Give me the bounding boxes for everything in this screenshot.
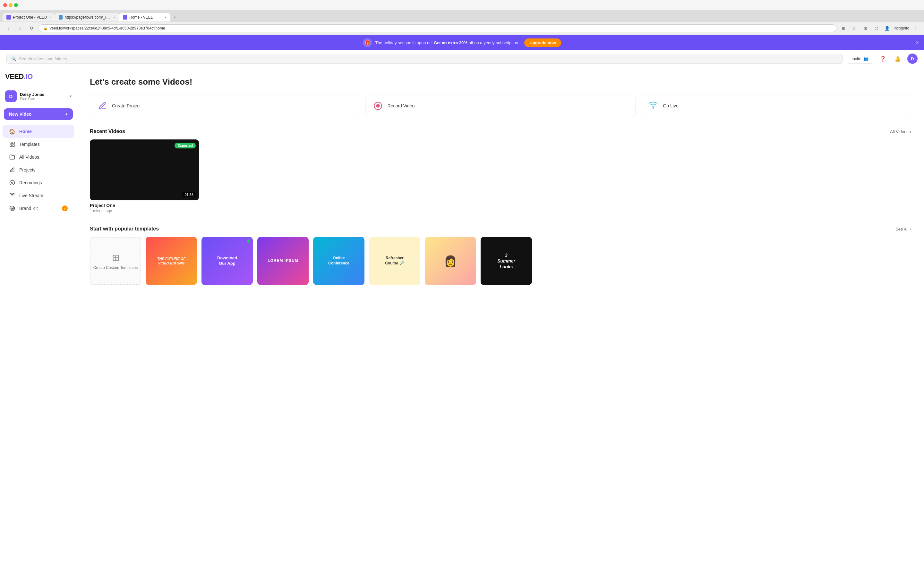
browser-tab-3[interactable]: Home - VEED × xyxy=(119,13,170,21)
forward-button[interactable]: › xyxy=(15,24,24,33)
svg-point-9 xyxy=(12,208,13,209)
notifications-button[interactable]: 🔔 xyxy=(893,53,903,64)
promo-text-before: The holiday season is upon us! xyxy=(375,40,434,45)
video-card-project-one[interactable]: Exported 01:58 Project One 1 minute ago xyxy=(90,139,199,213)
new-video-button[interactable]: New Video + xyxy=(4,108,73,120)
promo-text: The holiday season is upon us! Get an ex… xyxy=(375,40,519,45)
menu-btn[interactable]: ⋮ xyxy=(911,24,920,33)
video-title: Project One xyxy=(90,203,199,208)
record-video-label: Record Video xyxy=(388,103,415,108)
record-video-icon xyxy=(372,100,384,111)
reload-button[interactable]: ↻ xyxy=(27,24,36,33)
new-tab-button[interactable]: + xyxy=(170,13,179,22)
template-card-1[interactable]: THE FUTURE OFVIDEO EDITING xyxy=(145,237,197,285)
svg-rect-0 xyxy=(10,142,11,143)
templates-icon xyxy=(9,141,15,147)
tab-close-2[interactable]: × xyxy=(113,15,115,19)
sidebar-item-recordings-label: Recordings xyxy=(19,180,42,185)
all-videos-icon xyxy=(9,154,15,160)
template-card-7[interactable]: 3SummerLooks xyxy=(481,237,532,285)
cast-btn[interactable]: ⊡ xyxy=(861,24,870,33)
template-text-2: DownloadOur App xyxy=(215,253,240,269)
logo: VEED.IO xyxy=(0,73,77,87)
browser-tab-1[interactable]: Project One - VEED × xyxy=(3,13,55,21)
headline-bold: Videos! xyxy=(162,77,192,87)
recent-videos-title: Recent Videos xyxy=(90,129,125,134)
tab-close-1[interactable]: × xyxy=(49,15,51,19)
template-text-5: RefresherCourse 🔎 xyxy=(383,253,407,268)
action-cards: Create Project Record Video Go Live xyxy=(90,95,911,117)
svg-point-4 xyxy=(10,181,15,185)
create-project-label: Create Project xyxy=(112,103,141,108)
window-controls[interactable] xyxy=(0,0,924,10)
template-card-4[interactable]: OnlineConference xyxy=(313,237,365,285)
user-section[interactable]: D Daisy Jonas Free Plan ▾ xyxy=(0,87,77,105)
template-card-2[interactable]: DownloadOur App xyxy=(202,237,253,285)
app-header: 🔍 Search videos and folders Invite 👥 ❓ 🔔… xyxy=(0,50,924,67)
home-icon: 🏠 xyxy=(9,128,15,135)
tab-favicon-2 xyxy=(59,15,63,19)
sidebar-item-projects[interactable]: Projects xyxy=(3,163,74,176)
video-meta: 1 minute ago xyxy=(90,209,199,213)
invite-button[interactable]: Invite 👥 xyxy=(846,54,873,64)
template-card-6[interactable]: 👩 xyxy=(425,237,476,285)
see-all-templates-link[interactable]: See All › xyxy=(895,227,911,231)
sidebar-item-live-stream[interactable]: Live Stream xyxy=(3,189,74,202)
search-bar[interactable]: 🔍 Search videos and folders xyxy=(6,54,843,64)
video-grid: Exported 01:58 Project One 1 minute ago xyxy=(90,139,911,213)
extensions-btn[interactable]: ⊞ xyxy=(839,24,848,33)
create-custom-label: Create Custom Templates xyxy=(94,266,138,270)
close-window-btn[interactable] xyxy=(3,3,7,7)
sidebar-item-home[interactable]: 🏠 Home xyxy=(3,125,74,138)
all-videos-chevron-icon: › xyxy=(910,129,911,134)
all-videos-link-label: All Videos xyxy=(890,129,909,134)
tab-label-3: Home - VEED xyxy=(129,15,153,19)
bookmark-btn[interactable]: ☆ xyxy=(850,24,859,33)
record-video-card[interactable]: Record Video xyxy=(365,95,636,117)
address-text: veed.io/workspaces/22ce6d2f-38c5-4df1-a8… xyxy=(50,26,165,31)
profile-btn[interactable]: 👤 xyxy=(883,24,892,33)
see-all-label: See All xyxy=(895,227,908,231)
tab-label-1: Project One - VEED xyxy=(13,15,47,19)
go-live-icon xyxy=(648,100,659,111)
screenshot-btn[interactable]: ⬡ xyxy=(872,24,881,33)
create-project-card[interactable]: Create Project xyxy=(90,95,360,117)
promo-banner: 🎁 The holiday season is upon us! Get an … xyxy=(0,35,924,50)
sidebar-item-recordings[interactable]: Recordings xyxy=(3,176,74,189)
sidebar-item-live-stream-label: Live Stream xyxy=(19,193,43,198)
browser-chrome: Project One - VEED × https://pageflows.c… xyxy=(0,0,924,35)
svg-point-12 xyxy=(653,108,654,108)
create-custom-template-card[interactable]: ⊞ Create Custom Templates xyxy=(90,237,141,285)
browser-tab-2[interactable]: https://pageflows.com/_/emai... × xyxy=(55,13,119,21)
sidebar-item-projects-label: Projects xyxy=(19,167,36,172)
minimize-window-btn[interactable] xyxy=(9,3,13,7)
address-bar[interactable]: 🔒 veed.io/workspaces/22ce6d2f-38c5-4df1-… xyxy=(39,24,837,32)
back-button[interactable]: ‹ xyxy=(4,24,13,33)
sidebar-item-brand-kit[interactable]: Brand Kit ⚡ xyxy=(3,202,74,215)
tab-close-3[interactable]: × xyxy=(165,15,166,19)
template-thumbnail-1: THE FUTURE OFVIDEO EDITING xyxy=(145,237,197,285)
all-videos-link[interactable]: All Videos › xyxy=(890,129,911,134)
template-card-5[interactable]: RefresherCourse 🔎 xyxy=(369,237,420,285)
user-avatar-initial: D xyxy=(9,93,13,99)
template-card-3[interactable]: LOREM IPSUM xyxy=(257,237,309,285)
search-placeholder: Search videos and folders xyxy=(19,56,67,61)
upgrade-now-button[interactable]: Upgrade now xyxy=(524,39,561,47)
help-button[interactable]: ❓ xyxy=(878,53,888,64)
sidebar-item-all-videos-label: All Videos xyxy=(19,155,39,160)
sidebar-item-templates[interactable]: Templates xyxy=(3,138,74,151)
projects-icon xyxy=(9,167,15,173)
user-avatar-button[interactable]: D xyxy=(907,53,918,64)
sidebar-item-home-label: Home xyxy=(19,129,32,134)
browser-tabs-bar: Project One - VEED × https://pageflows.c… xyxy=(0,10,924,22)
maximize-window-btn[interactable] xyxy=(14,3,18,7)
headline-before: Let's create some xyxy=(90,77,162,87)
sidebar-item-all-videos[interactable]: All Videos xyxy=(3,151,74,163)
promo-close-button[interactable]: × xyxy=(915,39,919,46)
svg-point-8 xyxy=(11,207,14,210)
go-live-card[interactable]: Go Live xyxy=(641,95,911,117)
video-exported-badge: Exported xyxy=(174,143,196,148)
header-actions: Invite 👥 ❓ 🔔 D xyxy=(846,53,918,64)
svg-point-11 xyxy=(376,104,379,107)
templates-grid: ⊞ Create Custom Templates THE FUTURE OFV… xyxy=(90,237,911,285)
